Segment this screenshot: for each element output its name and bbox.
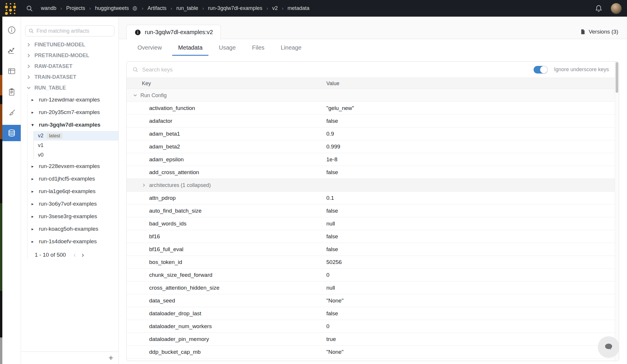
version-label: v1 [38,142,43,148]
metadata-value: false [326,246,338,253]
version-item-v2[interactable]: v2latest [34,131,119,141]
group-label: architectures (1 collapsed) [149,182,211,188]
run-label: run-3o6y7vof-examples [39,201,97,207]
artifact-version-tab[interactable]: run-3gqlw7dl-examples:v2 [126,25,221,39]
tab-files[interactable]: Files [246,39,270,56]
breadcrumb-item-Projects[interactable]: Projects [66,5,85,11]
metadata-table-header: Key Value [127,78,619,89]
metadata-group-row[interactable]: Run Config [127,89,619,102]
breadcrumb-item-metadata[interactable]: metadata [288,5,309,11]
user-avatar[interactable] [611,3,622,14]
version-item-v0[interactable]: v0 [21,150,119,160]
sidebar-category-pretrained-model[interactable]: PRETRAINED-MODEL [21,50,119,61]
metadata-value: "None" [326,349,344,355]
tab-overview[interactable]: Overview [132,39,168,56]
tree-guide-line [27,94,27,259]
metadata-row: bos_token_id50256 [127,256,619,269]
metadata-key: cross_attention_hidden_size [149,285,220,291]
artifact-version-label: run-3gqlw7dl-examples:v2 [145,29,213,36]
run-item-run-1s4doefv-examples[interactable]: ▸run-1s4doefv-examples [21,235,119,248]
metadata-key: ddp_bucket_cap_mb [149,349,201,355]
notifications-button[interactable] [594,4,603,13]
tab-metadata[interactable]: Metadata [172,39,208,56]
artifact-search-input[interactable] [36,28,111,34]
rail-item-reports[interactable] [2,84,21,100]
run-item-run-la1ge6qt-examples[interactable]: ▸run-la1ge6qt-examples [21,185,119,197]
metadata-value: 50256 [326,259,342,265]
run-item-run-1zewdmar-examples[interactable]: ▸run-1zewdmar-examples [21,93,119,106]
metadata-value: false [326,208,338,214]
card-scrollbar[interactable] [615,62,619,361]
run-label: run-cd1jhcf5-examples [39,176,95,182]
metadata-row: bf16_full_evalfalse [127,243,619,256]
metadata-value: 0.999 [326,144,340,150]
breadcrumb-item-run-3gqlw7dl-examples[interactable]: run-3gqlw7dl-examples [208,5,262,11]
metadata-group-row[interactable]: architectures (1 collapsed) [127,179,619,192]
run-item-run-cd1jhcf5-examples[interactable]: ▸run-cd1jhcf5-examples [21,172,119,185]
next-page-button[interactable]: › [82,251,84,258]
triangle-right-icon: ▸ [32,110,35,115]
run-item-run-3gqlw7dl-examples[interactable]: ▾run-3gqlw7dl-examples [21,118,119,131]
previous-page-button[interactable]: ‹ [74,251,76,258]
metadata-key: dataloader_num_workers [149,323,212,330]
sidebar-category-train-dataset[interactable]: TRAIN-DATASET [21,72,119,83]
version-item-v1[interactable]: v1 [21,141,119,150]
background-fragment [0,337,2,364]
chevron-right-icon [27,64,31,69]
rail-item-info[interactable] [2,22,21,38]
versions-button[interactable]: Versions (3) [580,26,618,37]
keys-search-input[interactable] [142,66,531,73]
rail-item-tables[interactable] [2,63,21,79]
metadata-row: attn_pdrop0.1 [127,192,619,204]
breadcrumb-item-huggingtweets[interactable]: huggingtweets [95,5,129,11]
metadata-row: dataloader_drop_lastfalse [127,307,619,320]
metadata-row: data_seed"None" [127,294,619,307]
breadcrumb-item-wandb[interactable]: wandb [41,5,56,11]
metadata-key: auto_find_batch_size [149,208,202,214]
tab-usage[interactable]: Usage [213,39,242,56]
column-header-value: Value [326,80,339,86]
metadata-row: cross_attention_hidden_sizenull [127,281,619,294]
group-label: Run Config [140,92,167,98]
metadata-row: ddp_bucket_cap_mb"None" [127,346,619,358]
search-icon [132,66,139,73]
sidebar-category-raw-dataset[interactable]: RAW-DATASET [21,61,119,72]
breadcrumb-separator: › [142,6,144,11]
category-label: RAW-DATASET [34,63,72,69]
metadata-value: false [326,169,338,176]
metadata-value: 0 [326,272,330,278]
chevron-down-icon [27,86,31,90]
wandb-logo[interactable] [4,2,17,15]
scrollbar-thumb[interactable] [616,62,618,93]
version-list: v2latestv1v0 [21,131,119,160]
add-artifact-button[interactable]: + [109,354,113,362]
run-item-run-228evxem-examples[interactable]: ▸run-228evxem-examples [21,160,119,172]
sidebar-category-finetuned-model[interactable]: FINETUNED-MODEL [21,39,119,50]
run-item-run-koacg5oh-examples[interactable]: ▸run-koacg5oh-examples [21,223,119,235]
metadata-value: "None" [326,298,344,304]
metadata-value: "gelu_new" [326,105,354,111]
metadata-row: dataloader_pin_memorytrue [127,333,619,346]
metadata-key: bf16 [149,233,160,240]
breadcrumb-item-run_table[interactable]: run_table [176,5,198,11]
tab-lineage[interactable]: Lineage [275,39,307,56]
ignore-underscore-toggle[interactable] [534,66,548,74]
metadata-row: dataloader_num_workers0 [127,320,619,333]
info-icon [134,29,141,36]
rail-item-sweeps[interactable] [2,105,21,121]
search-icon [26,5,33,12]
left-rail [2,17,21,364]
global-search-button[interactable] [26,5,33,12]
rail-item-artifacts[interactable] [2,125,21,141]
sidebar-category-run_table[interactable]: RUN_TABLE [21,83,119,93]
run-item-run-3sese3rg-examples[interactable]: ▸run-3sese3rg-examples [21,210,119,223]
breadcrumb-item-Artifacts[interactable]: Artifacts [147,5,166,11]
keys-search-row: Ignore underscore keys [127,62,619,78]
help-chat-button[interactable] [598,336,619,358]
run-item-run-3o6y7vof-examples[interactable]: ▸run-3o6y7vof-examples [21,197,119,210]
breadcrumb-item-v2[interactable]: v2 [272,5,278,11]
run-item-run-20y35cm7-examples[interactable]: ▸run-20y35cm7-examples [21,106,119,118]
metadata-key: dataloader_drop_last [149,310,201,317]
rail-item-charts[interactable] [2,42,21,58]
metadata-value: false [326,233,338,240]
